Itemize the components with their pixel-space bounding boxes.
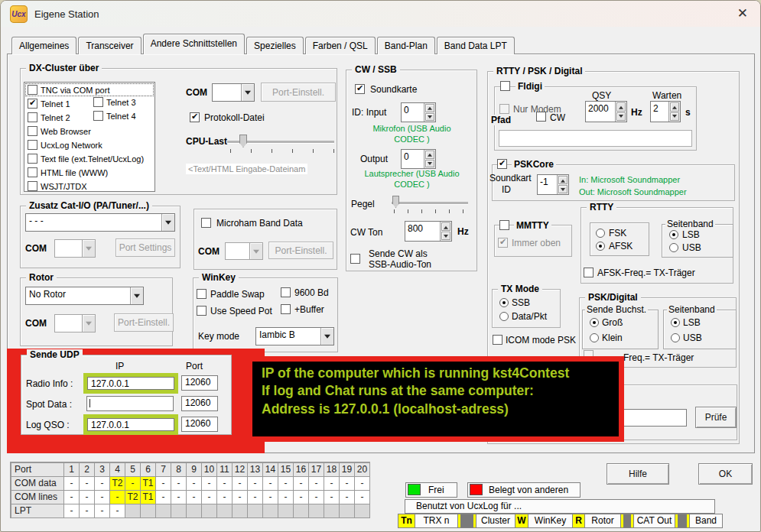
radio-rtty-usb[interactable]: [669, 243, 678, 252]
close-icon[interactable]: ✕: [737, 5, 748, 21]
checkbox-mmtty[interactable]: [499, 220, 509, 230]
tab-allgemeines[interactable]: Allgemeines: [11, 37, 76, 54]
spin-down-icon[interactable]: [425, 160, 434, 168]
radio-afsk[interactable]: [596, 242, 605, 251]
checkbox-9600bd[interactable]: [281, 287, 291, 297]
radio-klein[interactable]: [590, 333, 599, 342]
chevron-down-icon[interactable]: [320, 328, 333, 345]
checkbox-paddle-swap[interactable]: [197, 289, 207, 299]
spin-down-icon[interactable]: [425, 113, 434, 122]
radio-data-pkt[interactable]: [499, 312, 509, 321]
tab-band-data-lpt[interactable]: Band Data LPT: [437, 37, 515, 54]
checkbox-use-speed-pot[interactable]: [197, 306, 207, 316]
klein-label[interactable]: Klein: [602, 332, 623, 343]
spin-down-icon[interactable]: [558, 185, 567, 193]
dx-item-label[interactable]: Telnet 2: [41, 113, 70, 122]
data-pkt-label[interactable]: Data/Pkt: [512, 311, 547, 322]
tab-transceiver[interactable]: Transceiver: [78, 37, 141, 54]
output-id-spinner[interactable]: 0: [401, 149, 436, 169]
dx-item-label[interactable]: Telnet 3: [106, 98, 136, 107]
log-qso-ip-field[interactable]: 127.0.0.1: [87, 418, 174, 431]
fldigi-path-field[interactable]: [499, 130, 692, 147]
rtty-usb-label[interactable]: USB: [682, 242, 701, 253]
spin-up-icon[interactable]: [616, 102, 626, 112]
dx-item-label[interactable]: UcxLog Network: [41, 141, 102, 150]
dx-item-label[interactable]: WSJT/JTDX: [41, 182, 87, 191]
spot-data-port-field[interactable]: 12060: [181, 396, 218, 411]
soundkarte-label[interactable]: Soundkarte: [370, 84, 417, 95]
rotor-select[interactable]: No Rotor: [25, 287, 144, 305]
log-qso-port-field[interactable]: 12060: [181, 417, 218, 432]
checkbox-telnet1[interactable]: [28, 99, 37, 109]
checkbox-telnet4[interactable]: [93, 111, 103, 121]
chevron-down-icon[interactable]: [161, 214, 174, 231]
fldigi-label[interactable]: Fldigi: [515, 81, 545, 92]
checkbox-icom-mode-psk[interactable]: [493, 335, 502, 345]
spin-up-icon[interactable]: [558, 176, 567, 184]
afsk-label[interactable]: AFSK: [609, 241, 633, 251]
chevron-down-icon[interactable]: [130, 287, 143, 304]
fsk-label[interactable]: FSK: [609, 228, 626, 238]
spot-data-ip-field[interactable]: [86, 396, 174, 411]
checkbox-microham[interactable]: [201, 218, 211, 228]
checkbox-telnet2[interactable]: [28, 112, 37, 122]
checkbox-html-file[interactable]: [28, 167, 37, 177]
radio-rtty-lsb[interactable]: [669, 230, 678, 239]
buffer-label[interactable]: +Buffer: [294, 304, 324, 315]
checkbox-telnet3[interactable]: [93, 97, 103, 107]
psk-usb-label[interactable]: USB: [683, 332, 702, 343]
checkbox-afsk-freq[interactable]: [584, 268, 594, 277]
spin-up-icon[interactable]: [441, 222, 450, 231]
hilfe-button[interactable]: Hilfe: [607, 463, 669, 485]
ssb-label[interactable]: SSB: [512, 297, 530, 308]
gross-label[interactable]: Groß: [602, 317, 623, 328]
pegel-slider[interactable]: [392, 202, 468, 204]
warten-spinner[interactable]: 2: [650, 101, 681, 122]
mmtty-label[interactable]: MMTTY: [514, 220, 551, 231]
spin-up-icon[interactable]: [425, 104, 434, 112]
sende-cw-label1[interactable]: Sende CW als: [369, 248, 428, 259]
radio-gross[interactable]: [590, 318, 599, 327]
tab-farben-qsl[interactable]: Farben / QSL: [305, 37, 376, 54]
zusatz-device-select[interactable]: - - -: [25, 213, 175, 232]
chevron-down-icon[interactable]: [241, 84, 254, 101]
radio-psk-lsb[interactable]: [671, 318, 680, 327]
rtty-lsb-label[interactable]: LSB: [682, 229, 700, 240]
checkbox-plus-buffer[interactable]: [281, 304, 291, 314]
checkbox-fldigi[interactable]: [500, 81, 510, 91]
radio-ssb[interactable]: [499, 298, 509, 307]
pskcore-label[interactable]: PSKCore: [512, 159, 556, 170]
use-speed-pot-label[interactable]: Use Speed Pot: [210, 306, 272, 316]
sende-cw-label2[interactable]: SSB-Audio-Ton: [369, 259, 431, 270]
paddle-swap-label[interactable]: Paddle Swap: [210, 289, 265, 300]
microham-label[interactable]: Microham Band Data: [216, 218, 303, 229]
checkbox-text-file[interactable]: [28, 154, 37, 164]
dx-cluster-listbox[interactable]: TNC via COM port Telnet 1 Telnet 3 Telne…: [24, 82, 155, 192]
tab-band-plan[interactable]: Band-Plan: [377, 37, 435, 54]
dx-item-label[interactable]: Telnet 4: [106, 112, 136, 121]
checkbox-protokoll-datei[interactable]: [190, 112, 200, 122]
tab-andere-schnittstellen[interactable]: Andere Schnittstellen: [143, 34, 245, 54]
checkbox-web-browser[interactable]: [28, 126, 37, 136]
checkbox-fldigi-cw[interactable]: [536, 112, 546, 122]
protokoll-label[interactable]: Protokoll-Datei: [204, 112, 265, 123]
input-id-spinner[interactable]: 0: [401, 102, 436, 122]
dx-item-label[interactable]: Web Browser: [41, 127, 91, 136]
fldigi-cw-label[interactable]: CW: [550, 112, 565, 123]
radio-fsk[interactable]: [596, 229, 605, 238]
cw-ton-spinner[interactable]: 800: [405, 221, 452, 242]
radio-info-port-field[interactable]: 12060: [181, 375, 218, 391]
checkbox-ucxlog-network[interactable]: [28, 140, 37, 150]
dx-item-label[interactable]: HTML file (WWW): [41, 168, 108, 177]
checkbox-tnc[interactable]: [28, 85, 37, 95]
checkbox-wsjt-jtdx[interactable]: [28, 181, 37, 191]
icom-mode-psk-label[interactable]: ICOM mode PSK: [506, 335, 576, 345]
tab-spezielles[interactable]: Spezielles: [246, 37, 304, 54]
radio-info-ip-field[interactable]: 127.0.0.1: [87, 377, 174, 390]
dx-item-label[interactable]: Telnet 1: [41, 99, 70, 109]
spin-down-icon[interactable]: [670, 112, 679, 122]
key-mode-select[interactable]: Iambic B: [255, 327, 334, 345]
spin-up-icon[interactable]: [425, 151, 434, 159]
ok-button[interactable]: OK: [698, 463, 753, 485]
spin-up-icon[interactable]: [670, 102, 679, 112]
